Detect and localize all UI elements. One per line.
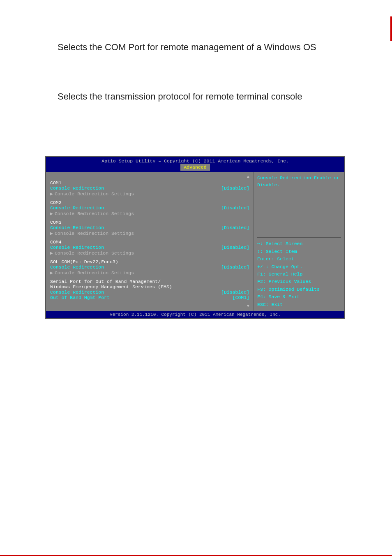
ems-port-row[interactable]: Out-of-Band Mgmt Port [COM1] xyxy=(50,295,249,300)
com4-title: COM4 xyxy=(50,239,249,245)
bios-key-help: ↔: Select Screen ↕: Select Item Enter: S… xyxy=(257,240,341,308)
com3-redirection-row[interactable]: Console Redirection [Disabled] xyxy=(50,225,249,230)
com3-settings-label: Console Redirection Settings xyxy=(55,231,134,236)
sol-redirection-value: [Disabled] xyxy=(221,264,249,270)
com2-redirection-value: [Disabled] xyxy=(221,205,249,211)
com3-redirection-label: Console Redirection xyxy=(50,225,104,230)
com1-redirection-row[interactable]: Console Redirection [Disabled] xyxy=(50,185,249,191)
sol-redirection-label: Console Redirection xyxy=(50,264,104,270)
com4-settings-label: Console Redirection Settings xyxy=(55,250,134,256)
ems-redirection-label: Console Redirection xyxy=(50,290,104,295)
com3-title: COM3 xyxy=(50,220,249,225)
com2-redirection-label: Console Redirection xyxy=(50,205,104,211)
com1-settings-label: Console Redirection Settings xyxy=(55,191,134,197)
com3-section: COM3 Console Redirection [Disabled] ▶ Co… xyxy=(50,220,249,236)
com1-arrow-icon: ▶ xyxy=(50,191,53,197)
bios-help-text: Console Redirection Enable orDisable. xyxy=(257,174,341,235)
com4-redirection-label: Console Redirection xyxy=(50,245,104,250)
bios-header-title: Aptio Setup Utility – Copyright (C) 2011… xyxy=(101,158,288,164)
ems-title2: Windows Emergency Management Services (E… xyxy=(50,284,249,290)
com3-arrow-icon: ▶ xyxy=(50,230,53,236)
ems-redirection-row[interactable]: Console Redirection [Disabled] xyxy=(50,290,249,295)
bios-body: ▲ COM1 Console Redirection [Disabled] ▶ … xyxy=(46,172,344,311)
bios-tab-advanced[interactable]: Advanced xyxy=(180,164,210,171)
ems-redirection-value: [Disabled] xyxy=(221,290,249,295)
com2-section: COM2 Console Redirection [Disabled] ▶ Co… xyxy=(50,200,249,216)
com2-redirection-row[interactable]: Console Redirection [Disabled] xyxy=(50,205,249,211)
com4-section: COM4 Console Redirection [Disabled] ▶ Co… xyxy=(50,239,249,256)
com2-arrow-icon: ▶ xyxy=(50,211,53,216)
sol-section: SOL COM(Pci Dev22,Func3) Console Redirec… xyxy=(50,259,249,276)
bios-right-divider xyxy=(257,237,341,238)
ems-section: Serial Port for Out-of-Band Management/ … xyxy=(50,279,249,300)
scroll-up-indicator: ▲ xyxy=(50,174,249,179)
com4-redirection-value: [Disabled] xyxy=(221,245,249,250)
description-1: Selects the COM Port for remote manageme… xyxy=(58,41,316,54)
com4-settings-row[interactable]: ▶ Console Redirection Settings xyxy=(50,250,249,256)
com3-settings-row[interactable]: ▶ Console Redirection Settings xyxy=(50,230,249,236)
bios-header: Aptio Setup Utility – Copyright (C) 2011… xyxy=(46,157,344,172)
com2-settings-row[interactable]: ▶ Console Redirection Settings xyxy=(50,211,249,216)
description-2: Selects the transmission protocol for re… xyxy=(58,90,302,103)
scroll-down-indicator: ▼ xyxy=(50,303,249,308)
com1-section: COM1 Console Redirection [Disabled] ▶ Co… xyxy=(50,180,249,197)
sol-redirection-row[interactable]: Console Redirection [Disabled] xyxy=(50,264,249,270)
com2-settings-label: Console Redirection Settings xyxy=(55,211,134,216)
sol-arrow-icon: ▶ xyxy=(50,270,53,276)
bios-right-panel: Console Redirection Enable orDisable. ↔:… xyxy=(254,172,344,311)
top-red-bar xyxy=(390,16,392,41)
sol-settings-row[interactable]: ▶ Console Redirection Settings xyxy=(50,270,249,276)
bios-footer: Version 2.11.1210. Copyright (C) 2011 Am… xyxy=(46,311,344,318)
sol-title: SOL COM(Pci Dev22,Func3) xyxy=(50,259,249,264)
com2-title: COM2 xyxy=(50,200,249,205)
sol-settings-label: Console Redirection Settings xyxy=(55,270,134,276)
com1-settings-row[interactable]: ▶ Console Redirection Settings xyxy=(50,191,249,197)
com1-redirection-label: Console Redirection xyxy=(50,185,104,191)
com1-title: COM1 xyxy=(50,180,249,185)
ems-port-value: [COM1] xyxy=(233,295,249,300)
ems-port-label: Out-of-Band Mgmt Port xyxy=(50,295,110,300)
bios-left-panel: ▲ COM1 Console Redirection [Disabled] ▶ … xyxy=(46,172,254,311)
bios-screen: Aptio Setup Utility – Copyright (C) 2011… xyxy=(45,156,345,319)
com1-redirection-value: [Disabled] xyxy=(221,185,249,191)
com4-arrow-icon: ▶ xyxy=(50,250,53,256)
com4-redirection-row[interactable]: Console Redirection [Disabled] xyxy=(50,245,249,250)
ems-title1: Serial Port for Out-of-Band Management/ xyxy=(50,279,249,284)
com3-redirection-value: [Disabled] xyxy=(221,225,249,230)
